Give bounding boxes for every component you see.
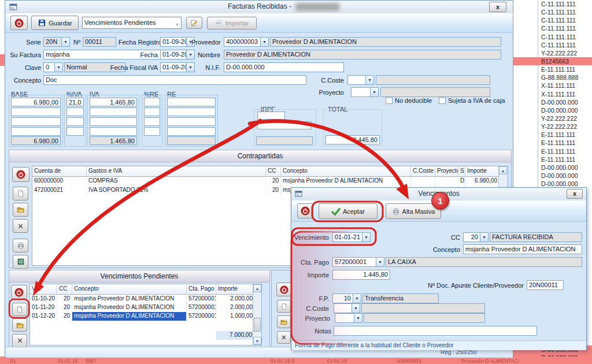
- title-bar[interactable]: Facturas Recibidas - x: [5, 1, 513, 14]
- cta-pago-code-field[interactable]: 572000001: [332, 257, 376, 267]
- edit-button[interactable]: [186, 17, 202, 29]
- dialog-importe-field[interactable]: 1.445,80: [332, 270, 390, 280]
- list-item[interactable]: D-00.000.000: [511, 164, 592, 172]
- dropdown-arrow-icon[interactable]: ▼: [376, 257, 384, 267]
- list-item[interactable]: E-11.111.111: [511, 147, 592, 155]
- mode-select[interactable]: Vencimientos Pendientes ˅: [82, 17, 182, 29]
- contrapartidas-delete-button[interactable]: [13, 219, 28, 233]
- aceptar-button[interactable]: Aceptar: [319, 203, 378, 219]
- list-item[interactable]: D-00.000.000: [511, 98, 592, 106]
- base-input-3[interactable]: [11, 117, 61, 126]
- dialog-exit-button[interactable]: [297, 203, 313, 218]
- list-item[interactable]: E-11.111.111: [511, 139, 592, 147]
- dropdown-arrow-icon[interactable]: ▼: [61, 37, 70, 47]
- importar-button[interactable]: Importar: [207, 17, 257, 29]
- column-header[interactable]: Gastos e IVA: [87, 166, 266, 176]
- notas-field[interactable]: [334, 326, 537, 336]
- list-item[interactable]: Y-22.222.222: [511, 114, 592, 122]
- dropdown-arrow-icon[interactable]: ▼: [365, 75, 374, 85]
- re-input-2[interactable]: [167, 107, 216, 116]
- fecha-registro-field[interactable]: 01-09-20: [160, 37, 187, 47]
- list-item[interactable]: X-11.111.111: [511, 81, 592, 90]
- list-item-highlighted[interactable]: B1245663: [511, 57, 592, 65]
- base-input-4[interactable]: [11, 127, 61, 136]
- numero-field[interactable]: 00011: [83, 37, 116, 47]
- dialog-concepto-field[interactable]: msjanha Proveedor D ALIMENTACION: [463, 244, 582, 254]
- re-input-3[interactable]: [167, 117, 216, 126]
- piva-input-3[interactable]: [66, 117, 84, 126]
- dropdown-arrow-icon[interactable]: ▼: [352, 303, 360, 313]
- column-header[interactable]: C.Coste: [411, 166, 435, 176]
- list-item[interactable]: X-11.111.111: [511, 90, 592, 98]
- contrapartidas-open-button[interactable]: [13, 203, 28, 217]
- fecha-field[interactable]: 01-09-20: [160, 50, 187, 60]
- dialog-ccoste-select[interactable]: [334, 303, 352, 313]
- column-header[interactable]: S: [458, 166, 465, 176]
- serie-select[interactable]: 20N: [43, 37, 62, 47]
- column-header[interactable]: Importe: [465, 166, 499, 176]
- column-header[interactable]: Concepto: [281, 166, 411, 176]
- irpf-amount-input[interactable]: [257, 121, 312, 129]
- column-header[interactable]: Cuenta de: [32, 166, 87, 176]
- list-item[interactable]: Y-22.222.222: [511, 122, 592, 131]
- iva-input-4[interactable]: [90, 127, 137, 136]
- dropdown-arrow-icon[interactable]: ▼: [480, 232, 489, 242]
- list-item[interactable]: D-00.000.000: [511, 172, 592, 180]
- dropdown-arrow-icon[interactable]: ▼: [370, 87, 379, 97]
- vencimientos-exit-button[interactable]: [11, 285, 27, 299]
- vencimientos-open-button[interactable]: [12, 318, 27, 332]
- list-item[interactable]: E-11.111.111: [511, 155, 592, 164]
- no-deducible-checkbox[interactable]: [386, 97, 393, 104]
- pre-input-2[interactable]: [144, 107, 160, 116]
- iva-input-3[interactable]: [90, 117, 137, 126]
- hidden-panel-delete-button[interactable]: [277, 331, 291, 344]
- list-item[interactable]: D-00.000.000: [511, 106, 592, 114]
- fp-code-field[interactable]: 10: [332, 294, 353, 303]
- pre-input-1[interactable]: [144, 98, 160, 106]
- list-item[interactable]: C-11.111.111: [511, 41, 592, 49]
- sujeta-iva-caja-checkbox[interactable]: [439, 97, 446, 104]
- list-item[interactable]: C-11.111.111: [511, 33, 592, 41]
- dropdown-arrow-icon[interactable]: ▼: [353, 294, 361, 303]
- pre-input-4[interactable]: [144, 127, 160, 136]
- contrapartidas-print-button[interactable]: [13, 239, 28, 252]
- list-item[interactable]: G-88.888.888: [511, 73, 592, 81]
- column-header[interactable]: Vto.: [30, 284, 57, 294]
- hidden-panel-exit-button[interactable]: [276, 283, 291, 296]
- pre-input-3[interactable]: [144, 117, 160, 126]
- guardar-button[interactable]: Guardar: [31, 16, 79, 30]
- base-input-1[interactable]: 6.980,00: [11, 98, 61, 106]
- column-header[interactable]: Concepto: [72, 284, 187, 294]
- list-item[interactable]: C-11.111.111: [511, 16, 592, 24]
- list-item[interactable]: Y-22.222.222: [511, 49, 592, 57]
- fecha-fiscal-iva-field[interactable]: 01-09-20: [160, 62, 187, 72]
- vencimientos-delete-button[interactable]: [12, 334, 27, 347]
- exit-button[interactable]: [10, 16, 28, 30]
- vencimientos-new-button[interactable]: [12, 303, 27, 316]
- dropdown-arrow-icon[interactable]: ▼: [54, 62, 63, 72]
- base-input-2[interactable]: [11, 107, 61, 116]
- clave-code-field[interactable]: 0: [43, 62, 55, 72]
- list-item[interactable]: C-11.111.111: [511, 8, 592, 16]
- contrapartidas-export-excel-button[interactable]: [13, 255, 28, 269]
- piva-input-4[interactable]: [66, 127, 84, 136]
- proveedor-code-field[interactable]: 400000003: [224, 37, 261, 47]
- irpf-pct-input[interactable]: [257, 112, 285, 120]
- piva-input-1[interactable]: 21,0 %: [66, 98, 84, 106]
- dropdown-arrow-icon[interactable]: ▼: [354, 313, 362, 323]
- dialog-close-button[interactable]: x: [567, 189, 583, 199]
- contrapartidas-exit-button[interactable]: [12, 167, 29, 182]
- cc-code-field[interactable]: 20: [463, 232, 480, 242]
- iva-input-2[interactable]: [90, 107, 137, 116]
- column-header[interactable]: CC: [266, 166, 281, 176]
- hidden-panel-open-button[interactable]: [277, 315, 291, 328]
- column-header[interactable]: Importe: [216, 284, 254, 294]
- table-row[interactable]: 600000000 COMPRAS 20 msjanha Proveedor D…: [32, 177, 508, 186]
- proyecto-select[interactable]: [351, 87, 371, 97]
- piva-input-2[interactable]: [66, 107, 84, 116]
- close-button[interactable]: x: [489, 2, 506, 12]
- table-row[interactable]: 01-10-20 20 msjanha Proveedor D ALIMENTA…: [30, 295, 261, 303]
- table-row-selected[interactable]: 01-12-20 20 msjanha Proveedor D ALIMENTA…: [30, 312, 261, 321]
- dialog-proyecto-select[interactable]: [335, 313, 354, 323]
- scrollbar-thumb[interactable]: [254, 318, 261, 332]
